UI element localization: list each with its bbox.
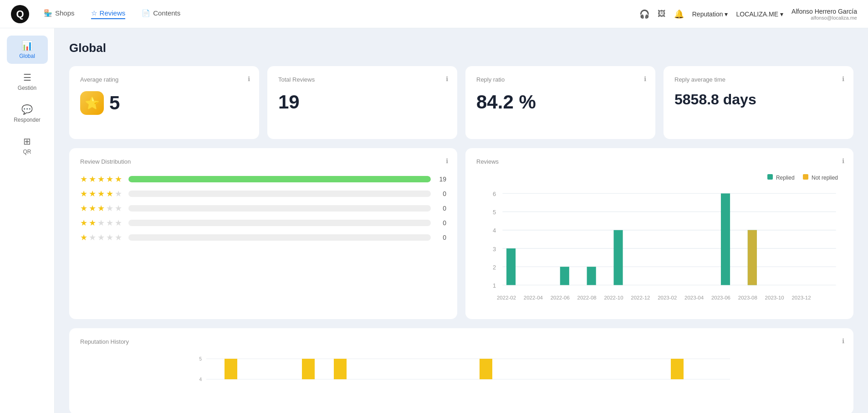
average-rating-value: ⭐ 5 — [80, 91, 248, 115]
rep-bar-2023-10 — [671, 359, 684, 379]
top-right-controls: 🎧 🖼 🔔 Reputation ▾ LOCALIZA.ME ▾ Alfonso… — [639, 8, 857, 21]
bar-2022-10-replied — [614, 230, 623, 285]
svg-text:2023-08: 2023-08 — [738, 295, 757, 300]
dist-count-2: 0 — [437, 219, 446, 227]
reply-ratio-card: Reply ratio ℹ 84.2 % — [465, 66, 655, 139]
svg-text:2023-10: 2023-10 — [765, 295, 784, 300]
top-navigation: Q 🏪 Shops ☆ Reviews 📄 Contents 🎧 🖼 🔔 Rep… — [0, 0, 868, 28]
reply-avg-time-title: Reply average time — [674, 76, 842, 83]
dist-bar-3-wrap — [128, 205, 431, 212]
not-replied-legend-dot — [803, 174, 808, 180]
bell-icon[interactable]: 🔔 — [674, 9, 684, 19]
total-reviews-info-icon[interactable]: ℹ — [446, 75, 448, 83]
reputation-dropdown[interactable]: Reputation ▾ — [692, 10, 728, 18]
chevron-down-icon: ▾ — [780, 10, 783, 18]
svg-text:4: 4 — [199, 377, 202, 382]
reputation-history-card: Reputation History ℹ 5 4 — [69, 328, 853, 413]
svg-text:2023-06: 2023-06 — [711, 295, 730, 300]
total-reviews-value: 19 — [278, 91, 446, 113]
reply-ratio-title: Reply ratio — [476, 76, 644, 83]
qr-icon: ⊞ — [23, 136, 31, 147]
reviews-chart-card: Reviews ℹ Replied Not replied — [465, 148, 853, 319]
average-rating-info-icon[interactable]: ℹ — [248, 75, 250, 83]
stars-4: ★ ★ ★ ★ ★ — [80, 189, 122, 199]
reply-avg-time-info-icon[interactable]: ℹ — [842, 75, 844, 83]
svg-text:6: 6 — [493, 191, 496, 197]
svg-text:2: 2 — [493, 264, 496, 271]
svg-text:5: 5 — [199, 356, 202, 361]
sidebar-item-qr[interactable]: ⊞ QR — [7, 131, 48, 160]
svg-text:2022-06: 2022-06 — [551, 295, 570, 300]
sidebar-item-gestion[interactable]: ☰ Gestión — [7, 67, 48, 96]
list-icon: ☰ — [23, 72, 31, 83]
dist-count-5: 19 — [437, 176, 446, 183]
bar-2022-02-replied — [506, 248, 516, 285]
reviews-chart-info-icon[interactable]: ℹ — [842, 157, 844, 165]
svg-text:2023-04: 2023-04 — [684, 295, 704, 300]
dist-bar-5 — [128, 176, 431, 182]
bar-2022-06-replied — [560, 267, 569, 285]
chat-icon: 💬 — [21, 104, 33, 115]
sidebar-item-responder[interactable]: 💬 Responder — [7, 99, 48, 128]
reply-ratio-value: 84.2 % — [476, 91, 644, 113]
svg-text:2023-12: 2023-12 — [791, 295, 811, 300]
reputation-history-title: Reputation History — [80, 338, 842, 345]
reply-avg-time-card: Reply average time ℹ 5858.8 days — [664, 66, 853, 139]
bar-2023-08-replied — [721, 193, 730, 285]
bar-chart-icon: 📊 — [21, 40, 33, 51]
bar-2023-10-not-replied — [748, 230, 757, 285]
nav-links: 🏪 Shops ☆ Reviews 📄 Contents — [44, 9, 639, 19]
stats-row: Average rating ℹ ⭐ 5 Total Reviews ℹ 19 … — [69, 66, 853, 139]
contents-nav-icon: 📄 — [142, 9, 150, 17]
user-info: Alfonso Herrero García alfonso@localiza.… — [791, 8, 857, 21]
reputation-history-info-icon[interactable]: ℹ — [842, 337, 844, 345]
main-content: 🕐 Global Average rating ℹ ⭐ 5 Total Revi… — [55, 28, 868, 413]
stars-3: ★ ★ ★ ★ ★ — [80, 203, 122, 213]
dist-bar-2-wrap — [128, 220, 431, 226]
nav-contents[interactable]: 📄 Contents — [142, 9, 180, 19]
replied-legend-dot — [767, 174, 773, 180]
stars-5: ★ ★ ★ ★ ★ — [80, 174, 122, 184]
dist-bar-4-wrap — [128, 191, 431, 197]
rep-bar-2022-02 — [225, 359, 237, 379]
nav-reviews[interactable]: ☆ Reviews — [91, 9, 126, 19]
dist-bar-1-wrap — [128, 234, 431, 241]
total-reviews-title: Total Reviews — [278, 76, 446, 83]
localiza-dropdown[interactable]: LOCALIZA.ME ▾ — [736, 10, 783, 18]
stars-1: ★ ★ ★ ★ ★ — [80, 232, 122, 243]
star-badge: ⭐ — [80, 91, 104, 115]
replied-legend: Replied — [767, 174, 795, 181]
reviews-chart-area: Replied Not replied — [476, 174, 842, 306]
dist-row-5: ★ ★ ★ ★ ★ 19 — [80, 174, 446, 184]
shops-nav-icon: 🏪 — [44, 9, 52, 17]
reputation-history-chart: 5 4 — [80, 354, 842, 400]
page-title: Global — [69, 41, 853, 55]
image-icon[interactable]: 🖼 — [658, 9, 666, 19]
svg-text:5: 5 — [493, 209, 496, 216]
svg-text:2023-02: 2023-02 — [658, 295, 677, 300]
svg-text:2022-10: 2022-10 — [604, 295, 623, 300]
svg-text:3: 3 — [493, 246, 496, 253]
nav-shops[interactable]: 🏪 Shops — [44, 9, 75, 19]
dist-count-1: 0 — [437, 234, 446, 241]
dist-count-4: 0 — [437, 190, 446, 197]
average-rating-card: Average rating ℹ ⭐ 5 — [69, 66, 259, 139]
review-distribution-info-icon[interactable]: ℹ — [446, 157, 448, 165]
stars-2: ★ ★ ★ ★ ★ — [80, 218, 122, 228]
reviews-bar-chart-svg: 6 5 4 3 2 1 — [476, 187, 842, 305]
headset-icon[interactable]: 🎧 — [639, 9, 649, 19]
rep-bar-2022-08 — [334, 359, 347, 379]
total-reviews-card: Total Reviews ℹ 19 — [267, 66, 457, 139]
svg-text:2022-02: 2022-02 — [497, 295, 516, 300]
rep-bar-2022-06 — [302, 359, 315, 379]
reviews-chart-title: Reviews — [476, 158, 842, 165]
rep-bar-2023-04 — [480, 359, 492, 379]
dist-row-1: ★ ★ ★ ★ ★ 0 — [80, 232, 446, 243]
svg-text:2022-08: 2022-08 — [577, 295, 597, 300]
reply-ratio-info-icon[interactable]: ℹ — [644, 75, 646, 83]
svg-text:2022-04: 2022-04 — [524, 295, 543, 300]
dist-row-4: ★ ★ ★ ★ ★ 0 — [80, 189, 446, 199]
dist-row-3: ★ ★ ★ ★ ★ 0 — [80, 203, 446, 213]
sidebar-item-global[interactable]: 📊 Global — [7, 36, 48, 64]
sidebar: 📊 Global ☰ Gestión 💬 Responder ⊞ QR — [0, 28, 55, 413]
